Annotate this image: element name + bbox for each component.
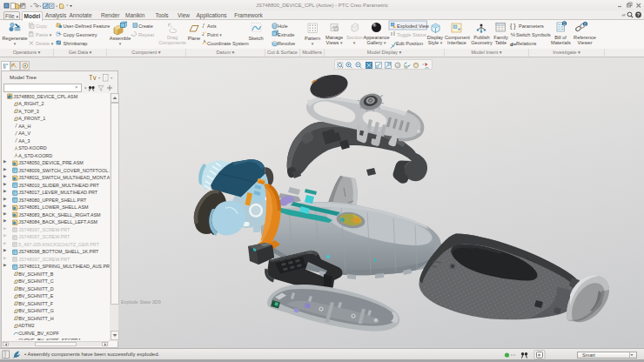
svg-text:0: 0 bbox=[563, 21, 566, 26]
svg-text:{ }: { } bbox=[510, 23, 516, 30]
svg-text:⅍: ⅍ bbox=[511, 32, 516, 37]
svg-text:%: % bbox=[404, 65, 407, 70]
svg-text:0: 0 bbox=[584, 22, 587, 27]
